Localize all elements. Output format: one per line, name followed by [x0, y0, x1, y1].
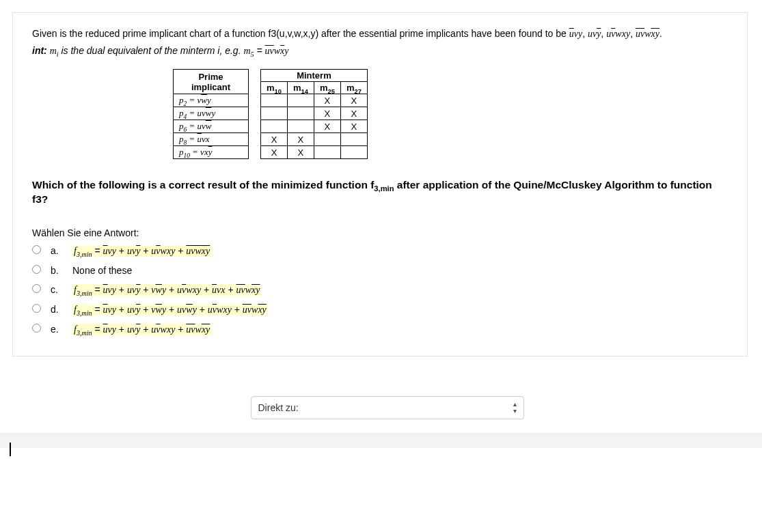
answer-option-d[interactable]: d. f3,min = uvy + uvy + vwy + uvwy + uvw… [32, 303, 728, 316]
answer-option-e[interactable]: e. f3,min = uvy + uvy + uvwxy + uvwxy [32, 322, 728, 335]
jump-to-select[interactable]: Direkt zu: ▴▾ [251, 396, 524, 419]
option-key: c. [51, 284, 63, 295]
col-m10: m10 [261, 82, 288, 94]
hint-before: int: [32, 45, 47, 56]
answers-list: a. f3,min = uvy + uvy + uvwxy + uvwxy b.… [32, 244, 728, 335]
option-text: None of these [72, 265, 132, 276]
table-row: p8 = uvx XX [174, 133, 368, 146]
table-row: p2 = vwy XX [174, 94, 368, 107]
answers-lead: Wählen Sie eine Antwort: [32, 227, 728, 238]
text-caret [10, 443, 11, 448]
table-row: p6 = uvw XX [174, 120, 368, 133]
option-key: b. [51, 265, 63, 276]
radio-icon[interactable] [32, 324, 41, 333]
table-row: p10 = vxy XX [174, 146, 368, 159]
option-key: a. [51, 245, 63, 256]
intro-line: Given is the reduced prime implicant cha… [32, 28, 569, 39]
col-m25: m25 [314, 82, 340, 94]
option-text: f3,min = uvy + uvy + vwy + uvwy + uvwxy … [72, 304, 268, 316]
pi-chart: Primeimplicant Minterm m10 m14 m25 m27 p… [173, 69, 728, 159]
head-prime: Primeimplicant [191, 72, 230, 92]
question-card: Given is the reduced prime implicant cha… [12, 12, 748, 356]
answer-option-a[interactable]: a. f3,min = uvy + uvy + uvwxy + uvwxy [32, 244, 728, 257]
radio-icon[interactable] [32, 265, 41, 274]
option-text: f3,min = uvy + uvy + vwy + uvwxy + uvx +… [72, 284, 261, 296]
option-key: e. [51, 324, 63, 335]
radio-icon[interactable] [32, 304, 41, 313]
answer-option-c[interactable]: c. f3,min = uvy + uvy + vwy + uvwxy + uv… [32, 283, 728, 296]
col-m14: m14 [287, 82, 314, 94]
footer-band [0, 433, 762, 448]
question-prompt: Which of the following is a correct resu… [32, 178, 728, 207]
option-text: f3,min = uvy + uvy + uvwxy + uvwxy [72, 324, 211, 335]
chevron-updown-icon: ▴▾ [513, 401, 517, 415]
question-text: Given is the reduced prime implicant cha… [32, 27, 728, 57]
answer-option-b[interactable]: b. None of these [32, 264, 728, 276]
jump-to-label: Direkt zu: [258, 402, 513, 413]
table-row: p4 = uvwy XX [174, 107, 368, 120]
radio-icon[interactable] [32, 245, 41, 254]
col-m27: m27 [340, 82, 367, 94]
radio-icon[interactable] [32, 284, 41, 293]
option-text: f3,min = uvy + uvy + uvwxy + uvwxy [72, 245, 211, 257]
option-key: d. [51, 304, 63, 315]
head-minterm: Minterm [261, 70, 368, 82]
